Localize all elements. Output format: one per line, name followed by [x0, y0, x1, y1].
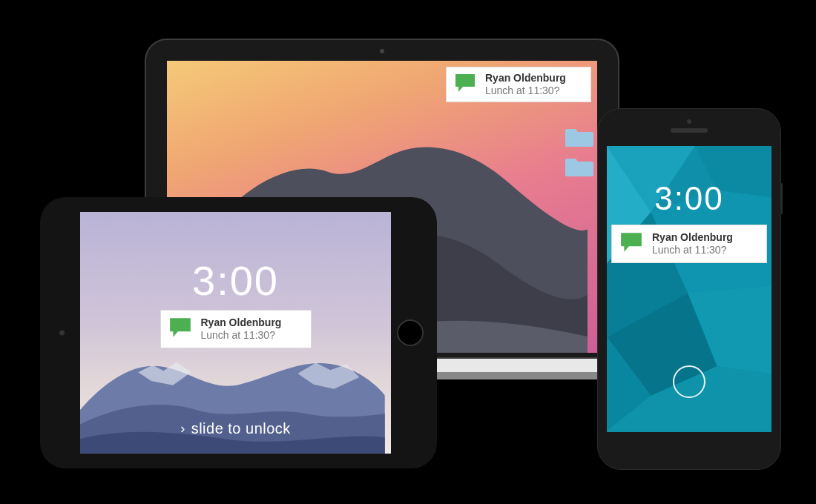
tablet-lockscreen[interactable]: 3:00 Ryan Oldenburg Lunch at 11:30? › sl… [80, 212, 391, 454]
chat-bubble-icon [168, 316, 192, 342]
unlock-hint-label: slide to unlock [191, 420, 291, 437]
notification-card[interactable]: Ryan Oldenburg Lunch at 11:30? [611, 225, 767, 263]
folder-icon[interactable] [565, 126, 593, 147]
notification-sender: Ryan Oldenburg [485, 72, 566, 85]
laptop-camera [380, 49, 384, 53]
phone-power-button[interactable] [780, 183, 783, 214]
phone-device: 3:00 Ryan Oldenburg Lunch at 11:30? [597, 108, 781, 470]
notification-message: Lunch at 11:30? [652, 244, 733, 257]
notification-message: Lunch at 11:30? [201, 329, 282, 342]
phone-speaker [671, 128, 708, 133]
notification-card[interactable]: Ryan Oldenburg Lunch at 11:30? [160, 310, 312, 348]
notification-sender: Ryan Oldenburg [652, 231, 733, 245]
lockscreen-time: 3:00 [80, 256, 391, 305]
chevron-right-icon: › [180, 421, 185, 437]
slide-to-unlock[interactable]: › slide to unlock [80, 420, 391, 437]
chat-bubble-icon [619, 231, 643, 256]
notification-message: Lunch at 11:30? [485, 84, 566, 98]
lockscreen-time: 3:00 [607, 180, 771, 217]
notification-sender: Ryan Oldenburg [201, 316, 282, 330]
tablet-home-button[interactable] [397, 319, 424, 346]
unlock-ring[interactable] [673, 365, 705, 398]
tablet-camera [59, 331, 65, 336]
folder-icon[interactable] [565, 156, 593, 176]
phone-lockscreen[interactable]: 3:00 Ryan Oldenburg Lunch at 11:30? [607, 146, 771, 432]
notification-card[interactable]: Ryan Oldenburg Lunch at 11:30? [446, 67, 591, 102]
phone-camera [687, 119, 691, 124]
tablet-device: 3:00 Ryan Oldenburg Lunch at 11:30? › sl… [40, 197, 437, 468]
chat-bubble-icon [454, 73, 476, 96]
